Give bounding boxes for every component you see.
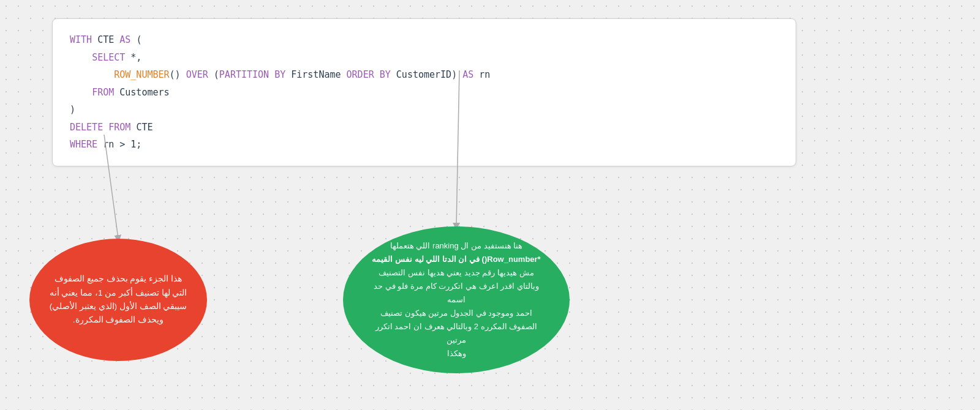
green-bubble: هنا هنستفيد من ال ranking اللي هتعملها *… xyxy=(343,226,570,373)
red-bubble: هذا الجزء يقوم بحذف جميع الصفوف التي لها… xyxy=(29,239,207,361)
code-line-1: WITH CTE AS ( xyxy=(70,31,778,49)
red-bubble-text: هذا الجزء يقوم بحذف جميع الصفوف التي لها… xyxy=(48,272,189,327)
code-line-5: ) xyxy=(70,101,778,119)
code-line-3: ROW_NUMBER() OVER (PARTITION BY FirstNam… xyxy=(70,66,778,84)
code-line-7: WHERE rn > 1; xyxy=(70,136,778,154)
code-block: WITH CTE AS ( SELECT *, ROW_NUMBER() OVE… xyxy=(52,18,796,166)
code-line-2: SELECT *, xyxy=(70,49,778,67)
green-bubble-text: هنا هنستفيد من ال ranking اللي هتعملها *… xyxy=(368,239,545,361)
code-line-4: FROM Customers xyxy=(70,84,778,102)
code-line-6: DELETE FROM CTE xyxy=(70,119,778,136)
